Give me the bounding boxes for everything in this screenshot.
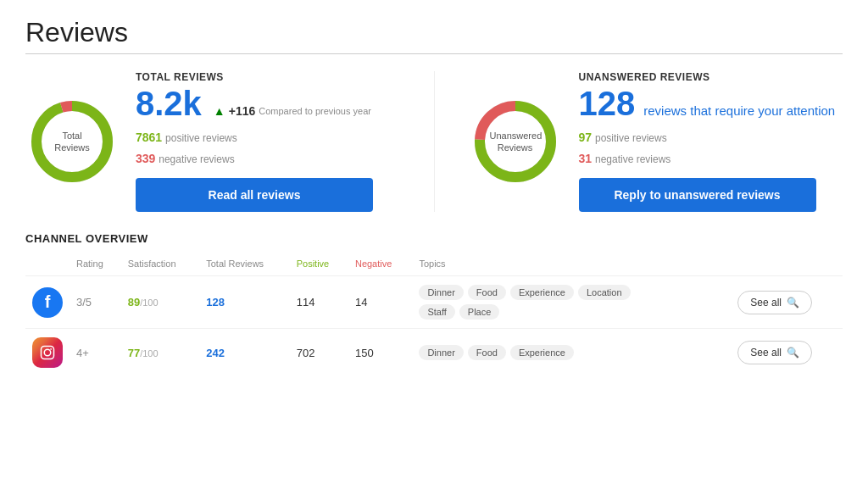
satisfaction-cell: 77/100	[121, 329, 200, 377]
total-reviews-detail: 7861 positive reviews 339 negative revie…	[136, 127, 400, 170]
page-title: Reviews	[25, 17, 843, 48]
positive-cell: 702	[290, 329, 348, 377]
unanswered-positive-row: 97 positive reviews	[579, 127, 843, 148]
see-all-cell[interactable]: See all 🔍	[731, 329, 843, 377]
total-reviews-donut: Total Reviews	[25, 95, 119, 188]
unanswered-negative-count: 31	[579, 152, 593, 165]
rating-cell: 3/5	[70, 276, 121, 329]
channel-table-header: Rating Satisfaction Total Reviews Positi…	[25, 255, 843, 276]
total-reviews-cell: 128	[199, 276, 289, 329]
topic-tag: Experience	[510, 285, 574, 300]
table-row: 4+77/100242702150DinnerFoodExperienceSee…	[25, 329, 843, 377]
total-reviews-delta: +116	[229, 104, 256, 118]
total-reviews-number-row: 8.2k ▲ +116 Compared to previous year	[136, 86, 400, 120]
topics-cell: DinnerFoodExperienceLocationStaffPlace	[412, 276, 731, 329]
positive-value: 702	[297, 347, 315, 359]
unanswered-number: 128	[579, 86, 636, 120]
col-total-header: Total Reviews	[199, 255, 289, 276]
read-all-reviews-button[interactable]: Read all reviews	[136, 178, 373, 212]
stats-row: Total Reviews TOTAL REVIEWS 8.2k ▲ +116 …	[25, 71, 843, 212]
col-rating-header: Rating	[70, 255, 121, 276]
unanswered-reviews-detail: 97 positive reviews 31 negative reviews	[579, 127, 843, 170]
see-all-cell[interactable]: See all 🔍	[731, 276, 843, 329]
see-all-button[interactable]: See all 🔍	[737, 341, 812, 364]
unanswered-number-row: 128 reviews that require your attention	[579, 86, 843, 120]
topics-cell: DinnerFoodExperience	[412, 329, 731, 377]
channel-overview-title: CHANNEL OVERVIEW	[25, 232, 843, 245]
positive-count-row: 7861 positive reviews	[136, 127, 400, 148]
positive-label: positive reviews	[165, 132, 237, 144]
col-positive-header: Positive	[290, 255, 348, 276]
negative-value: 150	[355, 347, 374, 359]
negative-cell: 150	[348, 329, 412, 377]
tags-container: DinnerFoodExperience	[419, 345, 656, 360]
facebook-channel-icon-cell: f	[25, 276, 70, 329]
up-arrow-icon: ▲	[214, 104, 225, 118]
negative-count-row: 339 negative reviews	[136, 148, 400, 170]
col-actions-header	[731, 255, 843, 276]
svg-point-7	[44, 350, 51, 357]
svg-point-8	[50, 348, 52, 350]
channel-table: Rating Satisfaction Total Reviews Positi…	[25, 255, 843, 376]
topic-tag: Staff	[419, 304, 454, 320]
rating-cell: 4+	[70, 329, 121, 377]
total-reviews-label: TOTAL REVIEWS	[136, 71, 400, 83]
topic-tag: Dinner	[419, 345, 463, 360]
unanswered-negative-label: negative reviews	[595, 153, 670, 165]
channel-overview-section: CHANNEL OVERVIEW Rating Satisfaction Tot…	[25, 232, 843, 376]
search-icon: 🔍	[787, 347, 799, 358]
col-negative-header: Negative	[348, 255, 412, 276]
col-topics-header: Topics	[412, 255, 731, 276]
total-reviews-compared: Compared to previous year	[259, 106, 371, 116]
topic-tag: Place	[459, 304, 500, 320]
total-reviews-block: Total Reviews TOTAL REVIEWS 8.2k ▲ +116 …	[25, 71, 400, 212]
unanswered-subtitle: reviews that require your attention	[643, 103, 835, 118]
channel-table-body: f3/589/10012811414DinnerFoodExperienceLo…	[25, 276, 843, 377]
svg-rect-6	[42, 347, 54, 359]
positive-cell: 114	[290, 276, 348, 329]
col-satisfaction-header: Satisfaction	[121, 255, 200, 276]
unanswered-positive-label: positive reviews	[595, 132, 667, 144]
positive-count: 7861	[136, 131, 162, 144]
satisfaction-value: 77	[128, 347, 140, 359]
rating-value: 4+	[76, 347, 89, 359]
topic-tag: Food	[468, 285, 506, 300]
instagram-channel-icon-cell	[25, 329, 70, 377]
total-value: 128	[206, 296, 225, 308]
unanswered-reviews-info: UNANSWERED REVIEWS 128 reviews that requ…	[579, 71, 843, 212]
total-reviews-change: ▲ +116 Compared to previous year	[214, 104, 371, 118]
instagram-icon	[32, 337, 63, 368]
negative-label: negative reviews	[159, 153, 234, 165]
table-row: f3/589/10012811414DinnerFoodExperienceLo…	[25, 276, 843, 329]
satisfaction-cell: 89/100	[121, 276, 200, 329]
unanswered-donut-label: Unanswered Reviews	[490, 130, 541, 154]
rating-value: 3/5	[76, 296, 92, 308]
satisfaction-denom: /100	[140, 348, 158, 358]
total-reviews-cell: 242	[199, 329, 289, 377]
positive-value: 114	[297, 296, 315, 308]
satisfaction-denom: /100	[140, 297, 158, 308]
topic-tag: Location	[578, 285, 631, 300]
total-reviews-info: TOTAL REVIEWS 8.2k ▲ +116 Compared to pr…	[136, 71, 400, 212]
title-divider	[25, 53, 843, 54]
tags-container: DinnerFoodExperienceLocationStaffPlace	[419, 285, 656, 320]
unanswered-reviews-label: UNANSWERED REVIEWS	[579, 71, 843, 83]
total-donut-label: Total Reviews	[47, 130, 97, 154]
topic-tag: Experience	[510, 345, 574, 360]
topic-tag: Dinner	[419, 285, 463, 300]
topic-tag: Food	[468, 345, 506, 360]
negative-value: 14	[355, 296, 367, 308]
unanswered-positive-count: 97	[579, 131, 593, 144]
unanswered-reviews-block: Unanswered Reviews UNANSWERED REVIEWS 12…	[434, 71, 843, 212]
total-reviews-number: 8.2k	[136, 86, 202, 120]
col-icon	[25, 255, 70, 276]
unanswered-reviews-donut: Unanswered Reviews	[469, 95, 562, 188]
reply-unanswered-button[interactable]: Reply to unanswered reviews	[579, 178, 816, 212]
satisfaction-value: 89	[128, 296, 140, 308]
see-all-button[interactable]: See all 🔍	[737, 291, 812, 314]
unanswered-negative-row: 31 negative reviews	[579, 148, 843, 170]
search-icon: 🔍	[787, 297, 799, 308]
total-value: 242	[206, 347, 225, 359]
negative-cell: 14	[348, 276, 412, 329]
facebook-icon: f	[32, 287, 63, 318]
